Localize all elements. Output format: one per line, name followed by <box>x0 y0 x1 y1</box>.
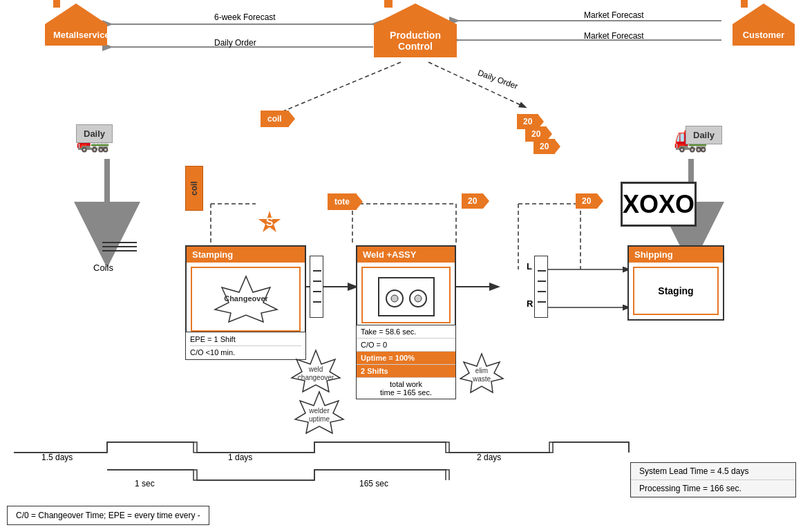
svg-text:welder: welder <box>308 407 330 415</box>
tote-tag: tote <box>328 193 357 210</box>
weld-machine-icon <box>375 271 437 319</box>
timeline-proc1: 1 sec <box>135 479 155 488</box>
svg-point-26 <box>415 295 422 302</box>
svg-text:weld: weld <box>308 365 323 373</box>
timeline-seg3: 2 days <box>477 453 501 462</box>
shipping-title: Shipping <box>629 247 723 263</box>
stamping-box: Stamping Changeover <box>185 245 306 337</box>
processing-time: Processing Time = 166 sec. <box>631 480 795 497</box>
staging-label: Staging <box>658 285 693 296</box>
weld-assy-title: Weld +ASSY <box>357 247 455 263</box>
weld-assy-box: Weld +ASSY <box>356 245 456 329</box>
daily-order-1-label: Daily Order <box>214 38 256 48</box>
factory-metallservice: Metallservice <box>45 3 107 46</box>
push-s-icon: S <box>258 211 281 234</box>
forecast-6week-label: 6-week Forecast <box>214 12 276 22</box>
production-control-label: ProductionControl <box>374 24 457 57</box>
customer-label: Customer <box>733 24 795 46</box>
market-forecast-1-label: Market Forecast <box>584 10 644 20</box>
svg-text:elim: elim <box>475 367 488 374</box>
svg-line-5 <box>276 62 401 114</box>
inv-lines-left <box>310 256 323 318</box>
svg-point-25 <box>391 295 398 302</box>
weld-uptime: Uptime = 100% <box>357 352 455 365</box>
inv-20-right-weld: 20 <box>462 193 483 209</box>
coils-label: Coils <box>93 263 113 273</box>
r-label: R <box>527 298 533 309</box>
inv-20-left-shipping: 20 <box>576 193 597 209</box>
stamping-info: EPE = 1 Shift C/O <10 min. <box>185 332 306 360</box>
timeline-proc2: 165 sec <box>359 479 388 488</box>
xoxo-box: XOXO <box>621 182 697 227</box>
weld-info: Take = 58.6 sec. C/O = 0 Uptime = 100% 2… <box>356 325 456 399</box>
stamping-inner: Changeover <box>191 267 301 332</box>
changeover-burst: Changeover <box>211 275 281 323</box>
footnote: C/0 = Changeover Time; EPE = every time … <box>7 506 209 525</box>
timeline-seg2: 1 days <box>228 453 252 462</box>
svg-text:Changeover: Changeover <box>224 294 268 303</box>
stamping-epe: EPE = 1 Shift <box>190 335 301 346</box>
l-label: L <box>527 261 532 272</box>
stamping-title: Stamping <box>187 247 305 263</box>
system-lead-time: System Lead Time = 4.5 days <box>631 463 795 480</box>
weld-changeover-burst: weld changeover <box>290 349 342 396</box>
weld-shifts: 2 Shifts <box>357 365 455 378</box>
inv-lines-right <box>534 256 548 318</box>
factory-production-control: ProductionControl <box>374 3 457 57</box>
weld-take: Take = 58.6 sec. <box>357 325 455 339</box>
weld-totalwork: total worktime = 165 sec. <box>357 378 455 399</box>
stamping-co: C/O <10 min. <box>190 348 301 357</box>
shipping-box: Shipping Staging <box>627 245 724 321</box>
daily-label-left: Daily <box>76 124 113 143</box>
daily-label-right: Daily <box>686 126 722 144</box>
svg-text:uptime: uptime <box>309 415 330 423</box>
svg-text:changeover: changeover <box>298 374 334 381</box>
coil-tag-horizontal: coil <box>261 111 289 127</box>
daily-order-2-label: Daily Order <box>476 68 519 91</box>
diagram: Metallservice ProductionControl Customer… <box>0 0 803 532</box>
weld-assy-inner <box>361 267 451 323</box>
metallservice-label: Metallservice <box>45 24 107 46</box>
shipping-inner: Staging <box>633 267 719 315</box>
timeline-seg1: 1.5 days <box>41 453 73 462</box>
svg-text:waste: waste <box>472 375 491 383</box>
summary-box: System Lead Time = 4.5 days Processing T… <box>630 462 796 497</box>
elim-waste-burst: elim waste <box>460 352 504 396</box>
welder-uptime-burst: welder uptime <box>294 390 346 437</box>
market-forecast-2-label: Market Forecast <box>584 31 644 41</box>
coils-stack <box>102 242 137 254</box>
weld-co: C/O = 0 <box>357 339 455 352</box>
coil-tag-vertical: coil <box>185 166 203 211</box>
factory-customer: Customer <box>733 3 795 46</box>
